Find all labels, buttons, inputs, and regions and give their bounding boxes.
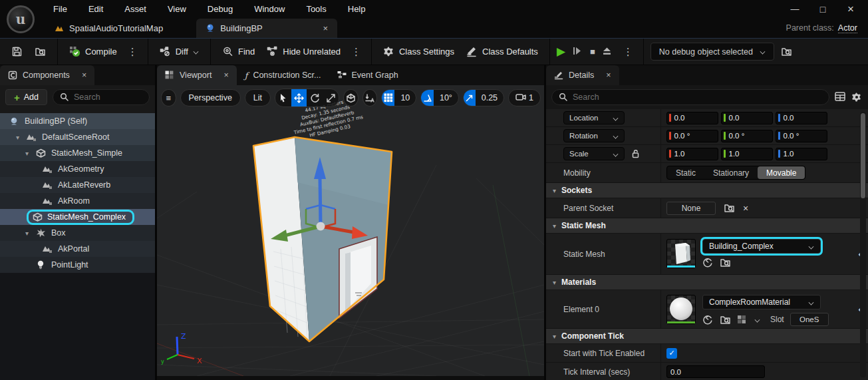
scale-y-field[interactable]: 1.0 <box>721 148 773 160</box>
browse-asset-button[interactable] <box>30 43 51 61</box>
tab-event-graph[interactable]: Event Graph <box>329 65 406 85</box>
details-search[interactable] <box>551 89 829 105</box>
tab-components[interactable]: Components × <box>0 65 94 85</box>
tree-item-staticmesh-simple[interactable]: ▾ StaticMesh_Simple <box>0 145 155 161</box>
rotation-z-field[interactable]: 0.0 ° <box>776 130 827 142</box>
location-y-field[interactable]: 0.0 <box>721 112 773 124</box>
class-defaults-button[interactable]: Class Defaults <box>462 43 543 61</box>
expander-icon[interactable]: ▾ <box>16 134 25 141</box>
tick-interval-field[interactable]: 0.0 <box>666 365 765 378</box>
play-button[interactable]: ▶ <box>557 46 565 57</box>
scale-snap-value[interactable]: 0.25 <box>476 93 504 102</box>
grid-snap-value[interactable]: 10 <box>394 93 416 102</box>
tab-buildingbp[interactable]: BuildingBP × <box>196 19 337 38</box>
location-x-field[interactable]: 0.0 <box>666 112 718 124</box>
parent-socket-value-button[interactable]: None <box>666 202 716 215</box>
details-search-input[interactable] <box>573 93 822 102</box>
move-tool-button[interactable] <box>291 89 307 106</box>
tree-item-box[interactable]: ▾ Box <box>0 225 155 241</box>
scale-dropdown[interactable]: Scale <box>563 147 625 160</box>
eject-button[interactable] <box>602 46 613 57</box>
viewport-3d-scene[interactable]: 44.17 sq meters Decay: 1.35 seconds AuxB… <box>157 85 544 380</box>
debug-browse-icon[interactable] <box>781 46 792 57</box>
menu-tools[interactable]: Tools <box>298 1 334 17</box>
use-selected-asset-icon[interactable] <box>702 314 714 325</box>
tree-item-defaultsceneroot[interactable]: ▾ DefaultSceneRoot <box>0 129 155 145</box>
menu-file[interactable]: File <box>45 1 75 17</box>
menu-edit[interactable]: Edit <box>80 1 111 17</box>
world-local-space-button[interactable] <box>343 89 359 106</box>
mobility-static[interactable]: Static <box>667 166 704 179</box>
static-mesh-section-header[interactable]: ▾ Static Mesh <box>546 218 868 234</box>
perspective-dropdown[interactable]: Perspective <box>180 89 241 106</box>
slot-name-field[interactable]: OneS <box>790 313 829 326</box>
materials-section-header[interactable]: ▾ Materials <box>546 275 868 290</box>
compile-options-kebab[interactable]: ⋮ <box>124 46 141 58</box>
minimize-button[interactable]: — <box>790 4 800 14</box>
start-with-tick-checkbox[interactable]: ✓ <box>666 348 677 359</box>
clear-socket-icon[interactable]: × <box>743 203 748 214</box>
details-settings-gear-icon[interactable] <box>851 92 863 103</box>
tab-viewport[interactable]: Viewport × <box>157 65 237 85</box>
location-z-field[interactable]: 0.0 <box>776 112 827 124</box>
add-component-button[interactable]: + Add <box>5 89 47 105</box>
stop-button[interactable]: ■ <box>590 47 595 56</box>
property-matrix-icon[interactable] <box>835 92 846 103</box>
maximize-button[interactable]: □ <box>817 4 828 15</box>
browse-to-asset-icon[interactable] <box>720 314 731 325</box>
play-options-kebab[interactable]: ⋮ <box>620 46 637 58</box>
tree-item-akgeometry[interactable]: AkGeometry <box>0 161 155 177</box>
menu-view[interactable]: View <box>160 1 194 17</box>
diff-button[interactable]: Diff <box>155 43 204 61</box>
rotation-dropdown[interactable]: Rotation <box>563 129 625 142</box>
mobility-movable[interactable]: Movable <box>758 166 805 179</box>
components-search-input[interactable] <box>74 93 142 102</box>
hide-unrelated-button[interactable]: Hide Unrelated <box>262 43 345 61</box>
tab-construction-script[interactable]: ƒ Construction Scr... <box>237 65 329 85</box>
rotation-snap-control[interactable]: 10° <box>420 89 459 106</box>
expander-icon[interactable]: ▾ <box>25 150 35 157</box>
scale-snap-icon[interactable] <box>464 89 476 106</box>
compile-button[interactable]: Compile <box>65 43 122 61</box>
surface-snapping-button[interactable] <box>362 89 378 106</box>
close-button[interactable]: × <box>845 3 856 16</box>
browse-to-asset-icon[interactable] <box>720 257 731 268</box>
rotation-snap-value[interactable]: 10° <box>434 93 458 102</box>
details-scrollbar[interactable] <box>860 112 866 377</box>
material-options-icon[interactable] <box>737 314 748 325</box>
chevron-down-icon[interactable] <box>754 317 760 323</box>
menu-asset[interactable]: Asset <box>116 1 154 17</box>
angle-snap-icon[interactable] <box>421 89 434 106</box>
close-icon[interactable]: × <box>223 71 228 80</box>
debug-object-dropdown[interactable]: No debug object selected <box>651 43 774 61</box>
frame-skip-button[interactable] <box>572 46 583 57</box>
component-tick-section-header[interactable]: ▾ Component Tick <box>546 329 868 344</box>
hide-unrelated-kebab[interactable]: ⋮ <box>348 46 364 58</box>
tab-details[interactable]: Details × <box>546 65 619 85</box>
select-tool-button[interactable] <box>275 89 291 106</box>
tab-spatialaudiotutorialmap[interactable]: SpatialAudioTutorialMap <box>45 19 172 38</box>
static-mesh-asset-dropdown[interactable]: Building_Complex <box>702 239 821 254</box>
grid-snap-icon[interactable] <box>382 89 394 106</box>
menu-window[interactable]: Window <box>246 1 293 17</box>
close-icon[interactable]: × <box>82 71 86 80</box>
rotation-y-field[interactable]: 0.0 ° <box>721 130 773 142</box>
material-asset-dropdown[interactable]: ComplexRoomMaterial <box>702 295 821 309</box>
scale-z-field[interactable]: 1.0 <box>776 148 827 160</box>
tree-item-pointlight[interactable]: PointLight <box>0 257 155 273</box>
grid-snap-control[interactable]: 10 <box>381 89 416 106</box>
rotate-tool-button[interactable] <box>307 89 323 106</box>
view-mode-dropdown[interactable]: Lit <box>245 89 271 106</box>
tree-item-buildingbp-self[interactable]: BuildingBP (Self) <box>0 113 155 129</box>
use-selected-asset-icon[interactable] <box>702 257 714 268</box>
scale-snap-control[interactable]: 0.25 <box>463 89 504 106</box>
save-button[interactable] <box>7 43 27 61</box>
rotation-x-field[interactable]: 0.0 ° <box>666 130 718 142</box>
components-search[interactable] <box>53 89 150 105</box>
scale-x-field[interactable]: 1.0 <box>666 148 718 160</box>
scale-tool-button[interactable] <box>323 89 339 106</box>
browse-socket-icon[interactable] <box>724 202 735 214</box>
camera-speed-control[interactable]: 1 <box>508 89 541 106</box>
close-icon[interactable]: × <box>323 23 329 33</box>
tree-item-aklatereverb[interactable]: AkLateReverb <box>0 177 155 193</box>
